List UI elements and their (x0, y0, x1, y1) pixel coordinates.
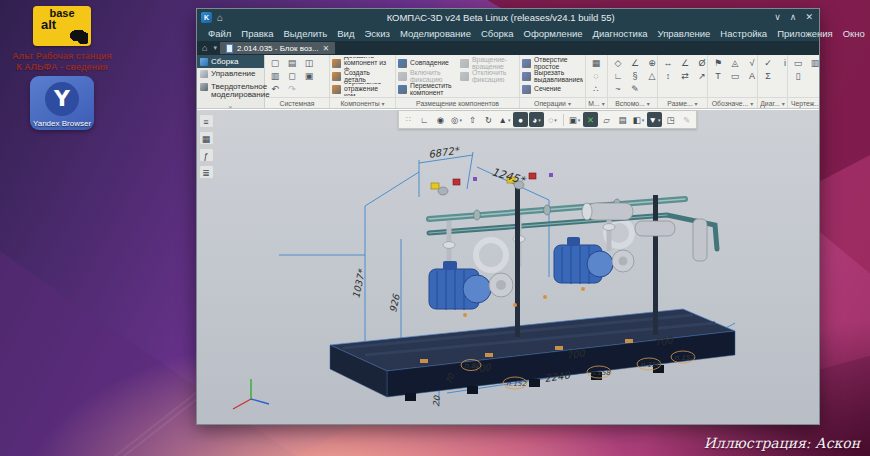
save-icon[interactable]: ◫ (301, 57, 317, 70)
panel-solid-modeling[interactable]: Твердотельное моделирование (197, 81, 264, 102)
home-icon[interactable]: ⌂ (217, 12, 223, 23)
save-as-icon[interactable]: ▣ (301, 70, 317, 83)
clip-box-icon[interactable]: ◳ (663, 112, 678, 127)
new-doc-icon[interactable]: ▢ (267, 57, 283, 70)
text-icon[interactable]: T (710, 70, 726, 83)
contour-icon[interactable]: ✎ (627, 83, 643, 96)
layers-icon[interactable]: ◧ (631, 112, 646, 127)
pattern-curve-icon[interactable]: ∴ (588, 83, 604, 96)
leader-icon[interactable]: ⚑ (710, 57, 726, 70)
menu-item-1[interactable]: Правка (236, 27, 278, 40)
menu-item-12[interactable]: Окно (838, 27, 870, 40)
mirror-component-button[interactable]: Зеркальное отражение ком... (332, 83, 393, 96)
datum-icon[interactable]: ◬ (727, 57, 743, 70)
dim-chain-icon[interactable]: ⇄ (677, 70, 693, 83)
shaded-view-icon[interactable]: ● (513, 112, 528, 127)
orientation-icon[interactable]: ◉ (433, 112, 448, 127)
section-expand-icon[interactable]: ▾ (382, 100, 385, 107)
dim-linear-icon[interactable]: ↔ (660, 57, 676, 70)
lcs-icon[interactable]: ∟ (610, 70, 626, 83)
dim-diameter-icon[interactable]: Ø (694, 57, 707, 70)
point-icon[interactable]: ⊕ (644, 57, 657, 70)
copy-style-icon[interactable]: ▱ (599, 112, 614, 127)
open-icon[interactable]: ▤ (284, 57, 300, 70)
panel-assembly[interactable]: Сборка (197, 55, 264, 68)
titlebar[interactable]: K ⌂ КОМПАС-3D v24 Beta Linux (releases/v… (197, 9, 819, 25)
minimize-button[interactable]: ∨ (774, 12, 781, 22)
display-mode-icon[interactable]: ◕ (529, 112, 544, 127)
section-expand-icon[interactable]: ▾ (602, 100, 605, 107)
sheet-icon[interactable]: ▯ (790, 70, 806, 83)
section-expand-icon[interactable]: ▾ (568, 100, 571, 107)
clipboard-icon[interactable]: ▤ (615, 112, 630, 127)
menu-item-0[interactable]: Файл (203, 27, 236, 40)
undo-icon[interactable]: ↶ (267, 83, 283, 96)
model-viewport[interactable]: ≡▦ƒ≣ ∷∟◉◎⇧↻▲●◕◌▣✕▱▤◧▼◳✎ (197, 109, 819, 424)
tab-document[interactable]: 2.014.035 - Блок воз... ✕ (220, 42, 335, 54)
menu-item-7[interactable]: Оформление (519, 27, 588, 40)
close-button[interactable]: ✕ (805, 12, 813, 22)
plane-icon[interactable]: ◇ (610, 57, 626, 70)
menu-item-3[interactable]: Вид (332, 27, 359, 40)
roughness-icon[interactable]: √ (744, 57, 757, 70)
marker-icon[interactable]: A (744, 70, 757, 83)
desktop-icon-yandex-browser[interactable]: Y Yandex Browser (10, 76, 114, 130)
spline-icon[interactable]: ~ (610, 83, 626, 96)
move-component-button[interactable]: Переместить компонент (398, 83, 460, 96)
frame-icon[interactable]: ▭ (727, 70, 743, 83)
axis-icon[interactable]: ∠ (627, 57, 643, 70)
axonometry-icon[interactable]: ▲ (497, 112, 512, 127)
tab-close-icon[interactable]: ✕ (323, 44, 330, 53)
mass-icon[interactable]: Σ (760, 70, 776, 83)
design-tree-icon[interactable]: ≡ (199, 114, 214, 128)
pan-icon[interactable]: ⇧ (465, 112, 480, 127)
menu-item-8[interactable]: Диагностика (587, 27, 652, 40)
yandex-browser-tile[interactable]: Y Yandex Browser (30, 76, 94, 130)
menu-item-9[interactable]: Управление (653, 27, 716, 40)
variables-icon[interactable]: ƒ (199, 148, 214, 162)
desktop-icon-altlinux[interactable]: base alt Альт Рабочая станция К АЛЬФА - … (10, 6, 114, 73)
csys-icon[interactable]: ∟ (417, 112, 432, 127)
layers-list-icon[interactable]: ≣ (199, 165, 214, 179)
panel-management[interactable]: Управление (197, 68, 264, 81)
section-expand-icon[interactable]: ▾ (782, 100, 785, 107)
spiral-icon[interactable]: § (627, 70, 643, 83)
hide-objects-icon[interactable]: ◌ (545, 112, 560, 127)
maximize-button[interactable]: ∧ (790, 12, 797, 22)
image-icon[interactable]: ▣ (567, 112, 582, 127)
pattern-circular-icon[interactable]: ◌ (588, 70, 604, 83)
print-icon[interactable]: ▥ (267, 70, 283, 83)
dim-vertical-icon[interactable]: ↕ (660, 70, 676, 83)
pattern-grid-icon[interactable]: ▦ (588, 57, 604, 70)
drawing-icon[interactable]: ▭ (790, 57, 806, 70)
cut-extrude-button[interactable]: Вырезать выдавливанием (522, 70, 583, 83)
add-component-button[interactable]: Добавить компонент из ф... (332, 57, 393, 70)
menu-item-2[interactable]: Выделить (278, 27, 332, 40)
section-expand-icon[interactable]: ▾ (647, 100, 650, 107)
info-icon[interactable]: i (777, 57, 787, 70)
start-page-button[interactable]: ⌂ (199, 43, 210, 53)
section-expand-icon[interactable]: ▾ (750, 100, 753, 107)
coincidence-button[interactable]: Совпадение (398, 57, 460, 70)
measure-icon[interactable]: ✓ (760, 57, 776, 70)
dim-angular-icon[interactable]: ∠ (677, 57, 693, 70)
section-expand-icon[interactable]: ▾ (695, 100, 698, 107)
zoom-icon[interactable]: ◎ (449, 112, 464, 127)
menu-item-10[interactable]: Настройка (715, 27, 772, 40)
hole-simple-button[interactable]: Отверстие простое (522, 57, 583, 70)
filter-icon[interactable]: ▼ (647, 112, 662, 127)
print-preview-icon[interactable]: ◻ (284, 70, 300, 83)
menu-item-6[interactable]: Сборка (476, 27, 519, 40)
menu-item-4[interactable]: Эскиз (359, 27, 394, 40)
create-part-button[interactable]: Создать деталь (332, 70, 393, 83)
parameters-icon[interactable]: ▦ (199, 131, 214, 145)
tab-list-dropdown-icon[interactable]: ▾ (213, 44, 217, 52)
section-button[interactable]: Сечение (522, 83, 583, 96)
rotate-view-icon[interactable]: ↻ (481, 112, 496, 127)
menu-item-5[interactable]: Моделирование (395, 27, 476, 40)
views-icon[interactable]: ▥ (807, 57, 819, 70)
dim-aligned-icon[interactable]: ↗ (694, 70, 707, 83)
assembly-3d-model[interactable]: 6872* 1245* 1037* 926 700 700 700 2240 7… (215, 127, 819, 424)
quick-divide-icon[interactable]: ✕ (583, 112, 598, 127)
menu-item-11[interactable]: Приложения (772, 27, 838, 40)
